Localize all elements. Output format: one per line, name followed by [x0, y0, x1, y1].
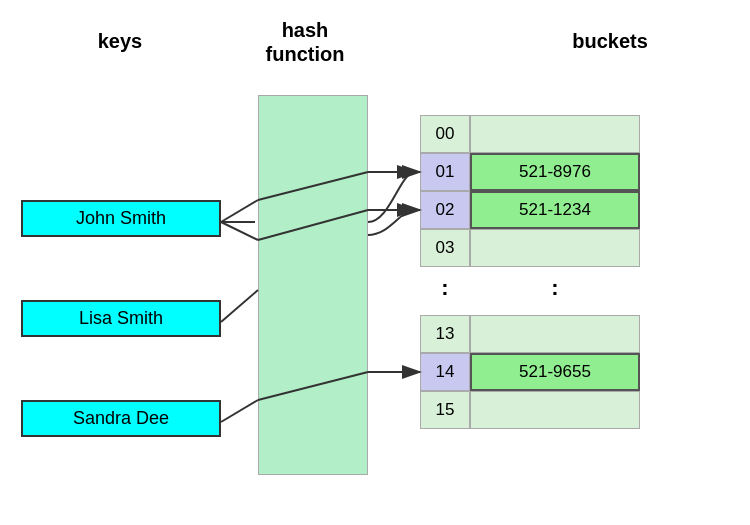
- bucket-value-02: 521-1234: [470, 191, 640, 229]
- bucket-value-03: [470, 229, 640, 267]
- bucket-value-14: 521-9655: [470, 353, 640, 391]
- bucket-value-01: 521-8976: [470, 153, 640, 191]
- key-john-smith: John Smith: [21, 200, 221, 237]
- hash-function-column: [258, 95, 368, 475]
- hash-table-diagram: keys hash function buckets John Smith Li…: [0, 0, 750, 525]
- bucket-index-13: 13: [420, 315, 470, 353]
- svg-line-3: [221, 222, 258, 240]
- bucket-index-01: 01: [420, 153, 470, 191]
- bucket-value-13: [470, 315, 640, 353]
- buckets-header: buckets: [530, 30, 690, 53]
- hash-function-header: hash function: [240, 18, 370, 66]
- bucket-value-00: [470, 115, 640, 153]
- bucket-index-02: 02: [420, 191, 470, 229]
- svg-line-8: [221, 290, 258, 322]
- svg-line-2: [221, 200, 258, 222]
- dots-value: :: [530, 275, 580, 301]
- dots-index: :: [430, 275, 460, 301]
- svg-line-9: [221, 400, 258, 422]
- key-lisa-smith: Lisa Smith: [21, 300, 221, 337]
- bucket-index-14: 14: [420, 353, 470, 391]
- bucket-index-00: 00: [420, 115, 470, 153]
- keys-header: keys: [50, 30, 190, 53]
- bucket-index-15: 15: [420, 391, 470, 429]
- bucket-value-15: [470, 391, 640, 429]
- key-sandra-dee: Sandra Dee: [21, 400, 221, 437]
- bucket-index-03: 03: [420, 229, 470, 267]
